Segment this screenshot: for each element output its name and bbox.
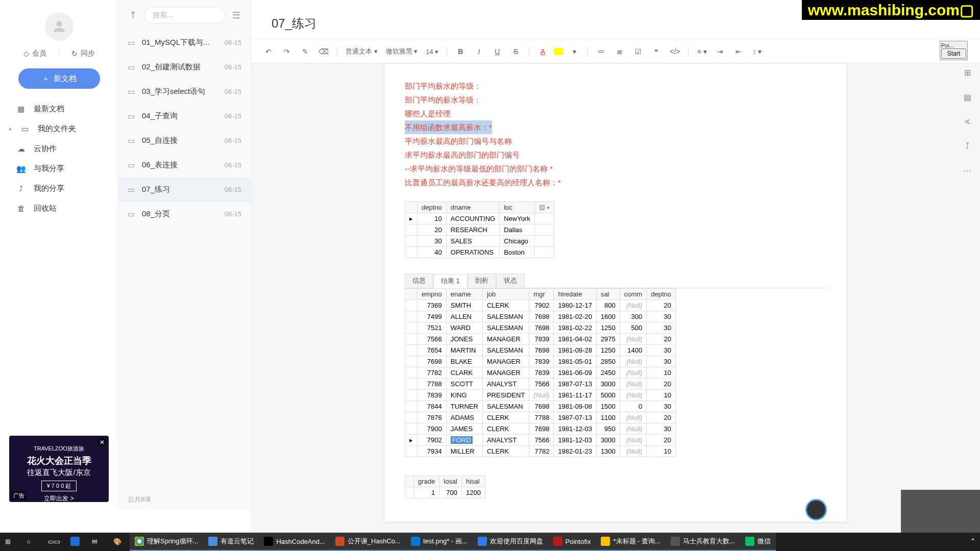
nav-shared-with-me[interactable]: 👥与我分享 bbox=[8, 159, 110, 179]
task-intellij[interactable]: HashCodeAnd... bbox=[259, 533, 330, 551]
font-color-button[interactable]: A bbox=[535, 44, 550, 59]
text-line[interactable]: 平均薪水最高的部门编号与名称 bbox=[405, 134, 826, 148]
indent-button[interactable]: ⇥ bbox=[713, 44, 727, 59]
bold-button[interactable]: B bbox=[453, 44, 468, 59]
th-grade[interactable]: grade bbox=[414, 476, 439, 487]
line-height-button[interactable]: ↕ ▾ bbox=[750, 44, 764, 59]
avatar[interactable] bbox=[45, 12, 74, 41]
table-row[interactable]: 7521 WARD SALESMAN 7698 1981-02-22 1250 … bbox=[405, 322, 676, 334]
tab-profile[interactable]: 剖析 bbox=[468, 273, 496, 288]
task-mail[interactable]: ✉ bbox=[87, 533, 108, 551]
th-comm[interactable]: comm bbox=[620, 289, 646, 300]
task-view[interactable]: ▭▭ bbox=[43, 533, 65, 551]
highlight-button[interactable] bbox=[554, 48, 563, 55]
table-row[interactable]: 7369 SMITH CLERK 7902 1980-12-17 800 (Nu… bbox=[405, 300, 676, 311]
undo-button[interactable]: ↶ bbox=[261, 44, 276, 59]
text-line[interactable]: 求平均薪水最高的部门的部门编号 bbox=[405, 148, 826, 162]
start-button[interactable]: ⊞ bbox=[0, 533, 21, 551]
th-sal[interactable]: sal bbox=[596, 289, 620, 300]
search-input[interactable]: 搜索... bbox=[144, 7, 225, 24]
tab-result1[interactable]: 结果 1 bbox=[433, 274, 468, 288]
file-item[interactable]: ▭02_创建测试数据06-15 bbox=[118, 55, 251, 80]
th-job[interactable]: job bbox=[482, 289, 529, 300]
table-row[interactable]: 7788 SCOTT ANALYST 7566 1987-07-13 3000 … bbox=[405, 379, 676, 390]
table-row[interactable]: 7844 TURNER SALESMAN 7698 1981-09-08 150… bbox=[405, 401, 676, 412]
table-row[interactable]: 7782 CLARK MANAGER 7839 1981-06-09 2450 … bbox=[405, 367, 676, 379]
task-mspaint[interactable]: test.png* - 画... bbox=[406, 533, 473, 551]
file-item[interactable]: ▭05_自连接06-15 bbox=[118, 129, 251, 153]
document-page[interactable]: 部门平均薪水的等级： 部门平均的薪水等级： 哪些人是经理 不用组函数求最高薪水：… bbox=[384, 63, 847, 522]
table-row[interactable]: ▸ 7902 FORD ANALYST 7566 1981-12-03 3000… bbox=[405, 435, 676, 446]
file-item[interactable]: ▭01_MySQL下载与...06-15 bbox=[118, 31, 251, 55]
quote-button[interactable]: ❝ bbox=[649, 44, 664, 59]
table-row[interactable]: 7499 ALLEN SALESMAN 7698 1981-02-20 1600… bbox=[405, 311, 676, 322]
outline-icon[interactable]: ▤ bbox=[961, 91, 973, 103]
task-explorer[interactable] bbox=[65, 533, 87, 551]
outdent-button[interactable]: ⇤ bbox=[731, 44, 746, 59]
underline-button[interactable]: U bbox=[490, 44, 504, 59]
table-row[interactable]: 7900 JAMES CLERK 7698 1981-12-03 950 (Nu… bbox=[405, 423, 676, 435]
menu-icon[interactable]: ☰ bbox=[230, 9, 242, 21]
highlight-dropdown[interactable]: ▾ bbox=[567, 44, 581, 59]
file-item[interactable]: ▭07_练习06-15 bbox=[118, 178, 251, 202]
export-icon[interactable]: ⤴ bbox=[961, 140, 973, 152]
th-deptno[interactable]: deptno bbox=[647, 289, 676, 300]
task-search[interactable]: ○ bbox=[21, 533, 43, 551]
new-doc-button[interactable]: ＋ 新文档 bbox=[18, 68, 100, 89]
size-dropdown[interactable]: 14 ▾ bbox=[424, 48, 440, 56]
tab-status[interactable]: 状态 bbox=[496, 273, 525, 288]
text-line[interactable]: 哪些人是经理 bbox=[405, 107, 826, 120]
task-baidupan[interactable]: 欢迎使用百度网盘 bbox=[473, 533, 548, 551]
floating-avatar[interactable] bbox=[805, 499, 827, 520]
format-paint-button[interactable]: ✎ bbox=[298, 44, 312, 59]
pointofix-start-button[interactable]: Start bbox=[941, 48, 966, 59]
th-losal[interactable]: losal bbox=[439, 476, 462, 487]
clear-format-button[interactable]: ⌫ bbox=[316, 44, 331, 59]
style-dropdown[interactable]: 普通文本 ▾ bbox=[344, 47, 380, 56]
tray-chevron-icon[interactable]: ˄ bbox=[971, 537, 975, 547]
task-powerpoint[interactable]: 公开课_HashCo... bbox=[330, 533, 406, 551]
number-list-button[interactable]: ≣ bbox=[612, 44, 627, 59]
th-empno[interactable]: empno bbox=[418, 289, 447, 300]
sync-link[interactable]: ↻同步 bbox=[71, 49, 95, 58]
code-button[interactable]: </> bbox=[668, 44, 682, 59]
add-icon[interactable]: ⊞ bbox=[961, 66, 973, 79]
upload-icon[interactable]: ⤒ bbox=[127, 9, 139, 21]
th-dname[interactable]: dname bbox=[446, 202, 499, 213]
italic-button[interactable]: I bbox=[472, 44, 486, 59]
text-line[interactable]: 部门平均的薪水等级： bbox=[405, 93, 826, 107]
table-row[interactable]: ▸10ACCOUNTINGNewYork bbox=[405, 213, 554, 224]
share-icon[interactable]: ⪡ bbox=[961, 115, 973, 128]
th-loc[interactable]: loc bbox=[500, 202, 535, 213]
task-navicat[interactable]: *未标题 - 查询... bbox=[596, 533, 665, 551]
table-row[interactable]: 7698 BLAKE MANAGER 7839 1981-05-01 2850 … bbox=[405, 356, 676, 367]
table-row[interactable]: 7654 MARTIN SALESMAN 7698 1981-09-28 125… bbox=[405, 345, 676, 356]
more-icon[interactable]: ⋯ bbox=[961, 164, 973, 177]
text-line[interactable]: 比普通员工的最高薪水还要高的经理人名称：* bbox=[405, 176, 826, 189]
pointofix-window[interactable]: Poi... Start bbox=[940, 41, 968, 60]
strike-button[interactable]: S bbox=[508, 44, 523, 59]
font-dropdown[interactable]: 微软雅黑 ▾ bbox=[384, 47, 420, 56]
table-row[interactable]: 20RESEARCHDallas bbox=[405, 224, 554, 236]
table-row[interactable]: 17001200 bbox=[405, 487, 485, 498]
text-line[interactable]: --求平均薪水的等级最低的部门的部门名称 * bbox=[405, 162, 826, 176]
th-ename[interactable]: ename bbox=[446, 289, 482, 300]
task-chrome[interactable]: 理解Spring循环... bbox=[130, 533, 203, 551]
th-img[interactable]: 🖼 ▾ bbox=[534, 202, 554, 213]
th-hisal[interactable]: hisal bbox=[462, 476, 485, 487]
task-pointofix[interactable]: Pointofix bbox=[548, 533, 596, 551]
table-row[interactable]: 7839 KING PRESIDENT (Null) 1981-11-17 50… bbox=[405, 390, 676, 401]
file-item[interactable]: ▭06_表连接06-15 bbox=[118, 153, 251, 178]
nav-my-shares[interactable]: ⤴我的分享 bbox=[8, 179, 110, 198]
table-row[interactable]: 30SALESChicago bbox=[405, 236, 554, 247]
table-row[interactable]: 7566 JONES MANAGER 7839 1981-04-02 2975 … bbox=[405, 334, 676, 345]
redo-button[interactable]: ↷ bbox=[280, 44, 294, 59]
nav-trash[interactable]: 🗑回收站 bbox=[8, 198, 110, 218]
ad-box[interactable]: ✕ TRAVELZOO旅游族 花火大会正当季 往返直飞大阪/东京 ¥ 7 0 0… bbox=[9, 436, 109, 502]
table-row[interactable]: 7934 MILLER CLERK 7782 1982-01-23 1300 (… bbox=[405, 446, 676, 457]
bullet-list-button[interactable]: ≔ bbox=[594, 44, 608, 59]
th-mgr[interactable]: mgr bbox=[529, 289, 554, 300]
nav-latest[interactable]: ▦最新文档 bbox=[8, 99, 110, 119]
page-scroll[interactable]: 部门平均薪水的等级： 部门平均的薪水等级： 哪些人是经理 不用组函数求最高薪水：… bbox=[251, 63, 980, 538]
checkbox-button[interactable]: ☑ bbox=[631, 44, 645, 59]
